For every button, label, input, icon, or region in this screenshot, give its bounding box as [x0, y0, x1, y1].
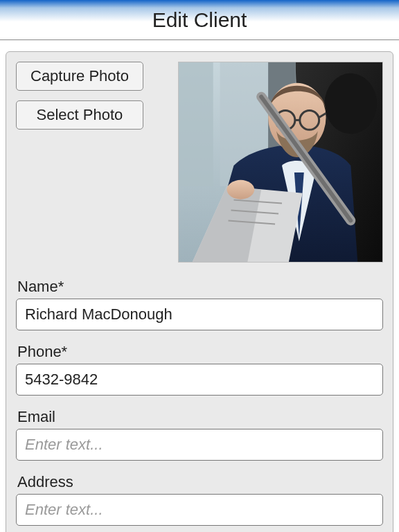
- capture-photo-button[interactable]: Capture Photo: [16, 62, 143, 91]
- phone-input[interactable]: [16, 364, 383, 396]
- photo-button-group: Capture Photo Select Photo: [16, 62, 143, 130]
- phone-label: Phone*: [17, 343, 383, 361]
- name-field-group: Name*: [16, 278, 383, 339]
- page-header: Edit Client: [0, 0, 399, 40]
- page-title: Edit Client: [152, 8, 247, 32]
- name-label: Name*: [17, 278, 383, 296]
- photo-section: Capture Photo Select Photo: [16, 62, 383, 263]
- svg-rect-2: [179, 62, 213, 186]
- email-input[interactable]: [16, 429, 383, 461]
- client-photo-image: [179, 62, 382, 262]
- select-photo-button[interactable]: Select Photo: [16, 100, 143, 130]
- name-input[interactable]: [16, 299, 383, 330]
- email-label: Email: [17, 408, 383, 426]
- address-label: Address: [17, 473, 383, 491]
- svg-point-14: [227, 180, 255, 200]
- address-input[interactable]: [16, 494, 383, 526]
- edit-client-panel: Capture Photo Select Photo: [6, 51, 393, 532]
- phone-field-group: Phone*: [16, 343, 383, 404]
- svg-point-4: [325, 73, 377, 134]
- email-field-group: Email: [16, 408, 383, 469]
- client-photo[interactable]: [178, 62, 383, 263]
- address-field-group: Address: [16, 473, 383, 532]
